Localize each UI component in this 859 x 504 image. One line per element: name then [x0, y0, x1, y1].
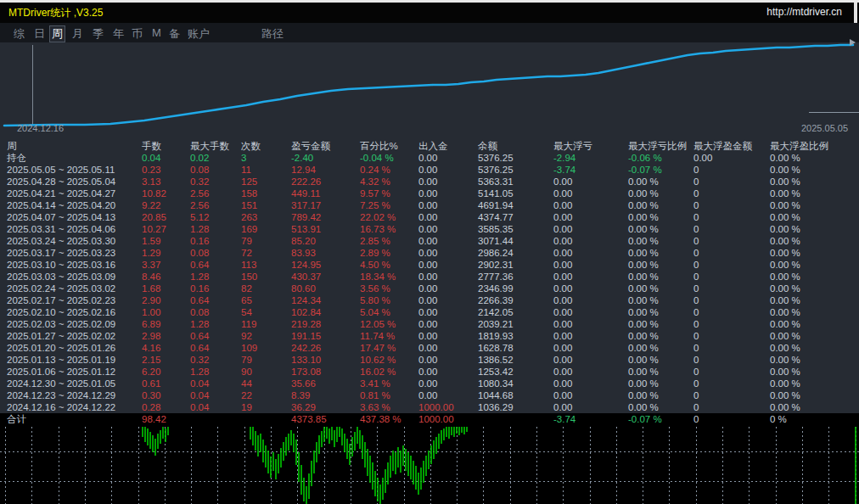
cell: 5.04 % — [360, 306, 390, 318]
cell: 80.60 — [291, 283, 316, 294]
cell: 119 — [241, 318, 256, 330]
cell: 169 — [241, 223, 257, 235]
cell: 持仓 — [7, 152, 26, 164]
price-bar — [260, 434, 261, 452]
table-row[interactable]: 2025.03.10 ~ 2025.03.163.370.64113124.95… — [0, 259, 859, 271]
price-bar — [270, 456, 272, 478]
cell: 0 — [693, 294, 699, 306]
cell: 0.00 — [418, 199, 437, 211]
table-row[interactable]: 2025.03.31 ~ 2025.04.0610.271.28169513.9… — [0, 223, 859, 235]
price-bar — [339, 427, 340, 437]
price-bar — [456, 427, 458, 434]
menu-item-zhanghu[interactable]: 账户 — [185, 25, 212, 42]
table-row[interactable]: 2025.02.17 ~ 2025.02.232.900.6465124.345… — [0, 294, 859, 306]
price-bar — [359, 430, 361, 449]
cell: 20.85 — [142, 211, 166, 223]
cell: 263 — [241, 211, 257, 223]
menu-item-bei[interactable]: 备 — [166, 25, 182, 42]
table-row[interactable]: 2025.04.14 ~ 2025.04.209.222.56151317.17… — [0, 199, 859, 211]
cell: 0.00 — [418, 164, 437, 176]
table-row[interactable]: 2025.01.20 ~ 2025.01.264.160.64109242.26… — [0, 342, 859, 354]
cell: 0.00 — [418, 188, 437, 199]
cell: 1036.29 — [478, 401, 514, 413]
cell: 0.00 — [553, 223, 572, 235]
column-header: 最大浮盈比例 — [770, 140, 828, 152]
window-title: MTDriver统计 ,V3.25 — [8, 6, 103, 20]
total-row[interactable]: 合计98.424373.85437.38 %1000.00-3.74-0.07 … — [0, 413, 859, 427]
table-row[interactable]: 2025.03.03 ~ 2025.03.098.461.28150430.37… — [0, 271, 859, 283]
cell: 1000.00 — [418, 401, 454, 413]
table-row[interactable]: 2025.02.10 ~ 2025.02.161.000.0854102.845… — [0, 306, 859, 318]
price-bar — [466, 427, 468, 432]
menu-item-zong[interactable]: 综 — [11, 25, 27, 42]
menu-item-ji[interactable]: 季 — [90, 25, 106, 42]
menu-item-zhou[interactable]: 周 — [49, 25, 65, 42]
table-row[interactable]: 2025.05.05 ~ 2025.05.110.230.081112.940.… — [0, 164, 859, 176]
stats-table: 周手数最大手数次数盈亏金额百分比%出入金余额最大浮亏最大浮亏比例最大浮盈金额最大… — [0, 137, 859, 427]
menu-item-m[interactable]: M — [149, 25, 164, 40]
table-row[interactable]: 2025.02.24 ~ 2025.03.021.680.168280.603.… — [0, 283, 859, 294]
price-bar — [425, 456, 427, 476]
table-row[interactable]: 2024.12.16 ~ 2024.12.220.280.041936.293.… — [0, 401, 859, 413]
price-bar — [321, 431, 323, 447]
table-row[interactable]: 2024.12.30 ~ 2025.01.050.610.044435.663.… — [0, 378, 859, 389]
window-url-link[interactable]: http://mtdriver.cn — [766, 6, 842, 18]
price-bar — [377, 478, 379, 501]
cell: 4.16 — [142, 342, 160, 354]
cell: 4373.85 — [291, 413, 327, 426]
cell: 0.00 — [693, 152, 712, 164]
cell: 2266.39 — [478, 294, 514, 306]
cell: 1000.00 — [418, 413, 454, 426]
cell: 0.00 — [553, 294, 572, 306]
table-row[interactable]: 2025.02.03 ~ 2025.02.096.891.28119219.28… — [0, 318, 859, 330]
table-row[interactable]: 2024.12.23 ~ 2024.12.290.300.04228.390.8… — [0, 389, 859, 401]
table-row[interactable]: 2025.01.06 ~ 2025.01.126.201.2890173.081… — [0, 366, 859, 378]
price-bar — [278, 454, 279, 473]
cell: 0.00 — [553, 306, 572, 318]
cell: 11.74 % — [360, 330, 395, 342]
price-bar — [362, 435, 363, 459]
cell: 0.00 % — [628, 176, 659, 188]
cell: -0.07 % — [628, 413, 662, 426]
cell: 36.29 — [291, 401, 316, 413]
cell: 0.00 % — [628, 378, 659, 389]
cell: 5.80 % — [360, 294, 390, 306]
table-row[interactable]: 2025.04.21 ~ 2025.04.2710.822.56158449.1… — [0, 188, 859, 199]
cell: 0.08 — [190, 247, 209, 259]
menu-item-yue[interactable]: 月 — [70, 25, 86, 42]
price-bar — [255, 431, 256, 451]
cell: 102.84 — [291, 306, 321, 318]
price-bar — [283, 442, 284, 461]
table-row[interactable]: 2025.01.27 ~ 2025.02.022.980.6492191.151… — [0, 330, 859, 342]
cell: 0 — [693, 211, 699, 223]
cell: 0.00 % — [628, 306, 659, 318]
table-row[interactable]: 2025.04.07 ~ 2025.04.1320.855.12263789.4… — [0, 211, 859, 223]
menu-item-nian[interactable]: 年 — [110, 25, 126, 42]
title-bar: MTDriver统计 ,V3.25 http://mtdriver.cn — [0, 3, 854, 23]
cell: 4.32 % — [360, 176, 390, 188]
table-row[interactable]: 2025.01.13 ~ 2025.01.192.150.3279133.101… — [0, 354, 859, 366]
table-row[interactable]: 2025.03.24 ~ 2025.03.301.590.167985.202.… — [0, 235, 859, 247]
cell: 0.00 % — [770, 330, 800, 342]
price-bar — [443, 428, 445, 440]
chart-right-edge-line — [855, 427, 856, 504]
price-bar — [402, 445, 404, 466]
price-bar — [252, 427, 254, 445]
price-bar — [280, 448, 282, 468]
cell: 1.29 — [142, 247, 160, 259]
cell: 0.00 % — [628, 401, 659, 413]
menu-item-bi[interactable]: 币 — [129, 25, 145, 42]
chart-scroll-arrow-icon[interactable] — [850, 39, 856, 46]
table-row[interactable]: 2025.03.17 ~ 2025.03.231.290.087283.932.… — [0, 247, 859, 259]
cell: 83.93 — [291, 247, 316, 259]
cell: 3585.35 — [478, 223, 514, 235]
column-header: 最大手数 — [190, 140, 229, 152]
menu-item-ri[interactable]: 日 — [31, 25, 48, 42]
column-header: 余额 — [478, 140, 497, 152]
cell: 1386.52 — [478, 354, 514, 366]
cell: 1.59 — [142, 235, 160, 247]
menu-item-lujing[interactable]: 路径 — [259, 25, 286, 42]
table-row[interactable]: 2025.04.28 ~ 2025.05.043.130.32125222.26… — [0, 176, 859, 188]
holding-row[interactable]: 持仓0.040.023-2.40-0.04 %0.005376.25-2.94-… — [0, 152, 859, 164]
cell: 0.00 — [418, 235, 437, 247]
